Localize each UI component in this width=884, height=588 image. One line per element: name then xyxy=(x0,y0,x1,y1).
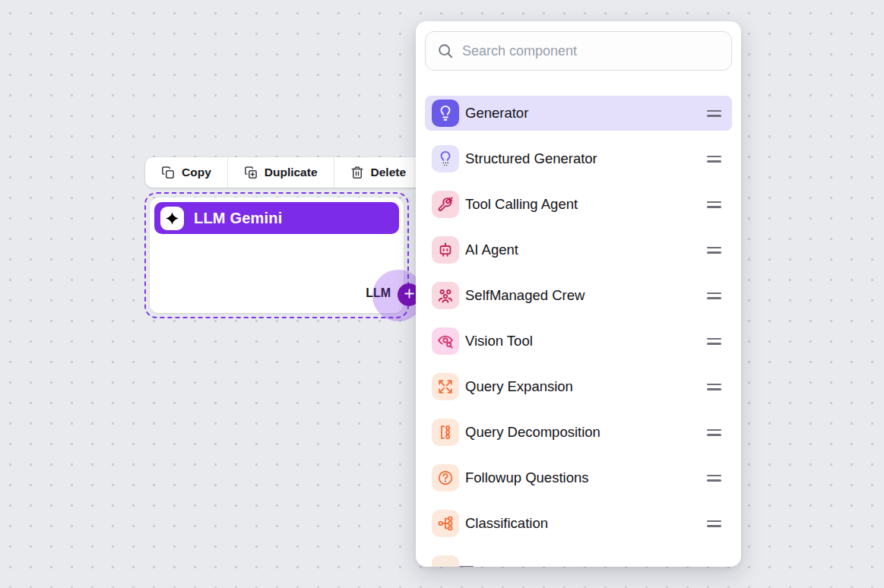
node-title: LLM Gemini xyxy=(194,210,282,227)
search-icon xyxy=(437,43,454,59)
node-header: LLM Gemini xyxy=(154,202,399,234)
question-circle-icon xyxy=(432,464,459,492)
component-item[interactable]: Structured Generator xyxy=(425,141,732,176)
search-input[interactable] xyxy=(462,43,720,59)
copy-button-label: Copy xyxy=(182,166,211,179)
trash-icon xyxy=(350,166,364,179)
component-item[interactable]: SelfManaged Crew xyxy=(425,278,732,313)
drag-handle-icon[interactable] xyxy=(707,247,721,254)
drag-handle-icon[interactable] xyxy=(707,110,721,117)
search-box[interactable] xyxy=(425,31,732,71)
component-item[interactable]: Classification xyxy=(425,506,732,541)
node-context-toolbar: Copy Duplicate Delete xyxy=(145,157,422,188)
component-list: Generator Structured Generator Tool Call… xyxy=(425,96,732,567)
hierarchy-icon xyxy=(432,510,459,537)
component-item[interactable]: AI Agent xyxy=(425,232,732,267)
component-item[interactable]: Followup Questions xyxy=(425,460,732,495)
drag-handle-icon[interactable] xyxy=(707,384,721,390)
wrench-arrow-icon xyxy=(432,191,459,218)
duplicate-button[interactable]: Duplicate xyxy=(227,157,334,188)
drag-handle-icon[interactable] xyxy=(707,429,721,436)
component-item[interactable]: Query Decomposition xyxy=(425,415,732,450)
plus-icon xyxy=(403,287,416,302)
duplicate-button-label: Duplicate xyxy=(265,166,318,179)
component-item[interactable]: Query Expansion xyxy=(425,369,732,404)
drag-handle-icon[interactable] xyxy=(459,566,474,567)
duplicate-icon xyxy=(244,166,258,179)
delete-button[interactable]: Delete xyxy=(334,157,423,188)
component-picker-panel: Generator Structured Generator Tool Call… xyxy=(416,21,741,567)
sparkle-icon xyxy=(160,207,184,230)
delete-button-label: Delete xyxy=(371,166,407,179)
llm-gemini-node[interactable]: LLM Gemini LLM xyxy=(150,198,404,313)
lightbulb-icon xyxy=(432,100,459,127)
copy-icon xyxy=(161,166,175,179)
component-item[interactable]: Generator xyxy=(425,96,732,131)
selected-node-outline: LLM Gemini LLM xyxy=(144,192,409,318)
expand-arrows-icon xyxy=(432,373,459,400)
drag-handle-icon[interactable] xyxy=(707,520,721,527)
drag-handle-icon[interactable] xyxy=(707,475,721,482)
drag-handle-icon[interactable] xyxy=(707,156,721,163)
copy-button[interactable]: Copy xyxy=(145,157,227,188)
drag-handle-icon[interactable] xyxy=(707,292,721,299)
users-icon xyxy=(432,282,459,309)
eye-search-icon xyxy=(432,327,459,355)
robot-icon xyxy=(432,236,459,264)
lightbulb-dots-icon xyxy=(432,145,459,172)
component-item[interactable]: Vision Tool xyxy=(425,324,732,359)
flow-canvas[interactable]: { "colors": { "canvas_bg": "#E9EAEE", "c… xyxy=(0,0,884,588)
drag-handle-icon[interactable] xyxy=(707,338,721,345)
decompose-icon xyxy=(432,419,459,446)
component-item-partial[interactable] xyxy=(425,552,732,567)
partial-item-icon xyxy=(432,555,459,567)
component-item[interactable]: Tool Calling Agent xyxy=(425,187,732,222)
drag-handle-icon[interactable] xyxy=(707,201,721,208)
